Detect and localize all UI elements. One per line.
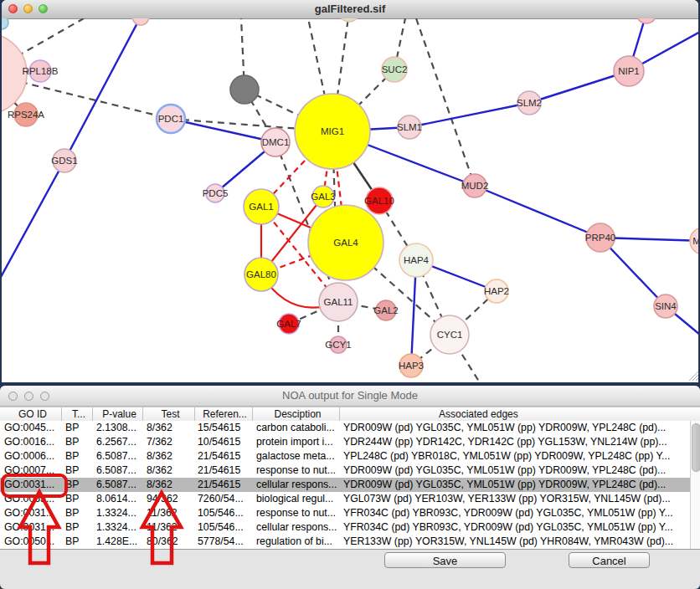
node-label-PDC1: PDC1 — [158, 114, 184, 124]
cell: 21/54615 — [195, 478, 253, 492]
node-gray-node[interactable] — [230, 75, 259, 104]
table-header[interactable]: GO IDT...P-valueTestReferen...Desciption… — [0, 407, 700, 422]
cell: 7260/54... — [195, 492, 253, 506]
table-row-9[interactable]: GO:0050...BP1.428E...80/3625778/54...reg… — [0, 535, 700, 549]
node-label-SLM2: SLM2 — [517, 98, 542, 108]
network-titlebar[interactable]: galFiltered.sif — [2, 0, 698, 19]
cell: 5778/54... — [195, 535, 253, 549]
edge-GDS1-aGDSend[interactable] — [2, 161, 64, 279]
table-row-6[interactable]: GO:0065...BP8.0614...94/3627260/54...bio… — [0, 492, 700, 506]
cell: GO:0065... — [0, 492, 62, 506]
node-cyan-corner[interactable] — [2, 18, 8, 29]
cell: 105/546... — [195, 506, 253, 520]
node-top-cut-pink[interactable] — [132, 18, 149, 25]
cell: BP — [62, 421, 93, 435]
column-header-go-id[interactable]: GO ID — [0, 407, 62, 421]
cell: YGL073W (pd) YER103W, YER133W (pp) YOR31… — [340, 492, 700, 506]
cell: GO:0007... — [0, 464, 62, 478]
table-body: GO:0045...BP2.1308...8/36215/54615carbon… — [0, 421, 700, 550]
node-label-CYC1: CYC1 — [437, 330, 463, 340]
node-label-NIP1: NIP1 — [618, 66, 640, 76]
edge-SLM1-SLM2[interactable] — [409, 103, 529, 127]
cell: 8/362 — [143, 449, 195, 464]
cell: galactose meta... — [253, 449, 340, 464]
node-top-cut-green[interactable] — [339, 18, 359, 22]
cell: BP — [62, 506, 93, 520]
cell: response to nut... — [253, 506, 340, 520]
cell: protein import i... — [253, 435, 340, 449]
column-header-t[interactable]: T... — [62, 407, 93, 421]
cell: GO:0031... — [0, 506, 62, 520]
scrollbar-thumb[interactable] — [692, 423, 700, 472]
table-row-7[interactable]: GO:0031...BP1.3324...11/362105/546...res… — [0, 506, 700, 520]
cell: 105/546... — [195, 520, 253, 535]
node-label-GAL11: GAL11 — [324, 297, 353, 307]
table-row-3[interactable]: GO:0006...BP6.5087...8/36221/54615galact… — [0, 449, 700, 464]
cell: 1.3324... — [93, 506, 143, 520]
cell: biological regul... — [253, 492, 340, 506]
cell: YDR244W (pp) YDR142C, YDR142C (pp) YGL15… — [340, 435, 700, 449]
cell: YDR009W (pd) YGL035C, YML051W (pp) YDR00… — [340, 478, 700, 492]
node-label-GAL4: GAL4 — [333, 238, 358, 248]
cell: 21/54615 — [195, 449, 253, 464]
cell: 1.3324... — [93, 520, 143, 535]
cell: carbon cataboli... — [253, 421, 340, 435]
save-button[interactable]: Save — [384, 552, 506, 568]
resize-grip[interactable] — [696, 377, 698, 381]
cell: GO:0031... — [0, 520, 62, 535]
column-header-associated-edges[interactable]: Associated edges — [340, 407, 700, 421]
node-label-HAP2: HAP2 — [484, 286, 509, 296]
table-row-2[interactable]: GO:0016...BP6.2567...7/36210/54615protei… — [0, 435, 700, 449]
column-header-desciption[interactable]: Desciption — [253, 407, 340, 421]
cell: 6.5087... — [93, 464, 143, 478]
column-header-referen[interactable]: Referen... — [195, 407, 253, 421]
cell: 2.1308... — [93, 421, 143, 435]
noa-titlebar[interactable]: NOA output for Single Mode — [0, 386, 700, 407]
cell: YFR034C (pd) YBR093C, YDR009W (pd) YGL03… — [340, 520, 700, 535]
cell: GO:0045... — [0, 421, 62, 435]
noa-window-title: NOA output for Single Mode — [0, 386, 700, 406]
node-label-MUD2: MUD2 — [461, 181, 489, 191]
cell: cellular respons... — [253, 478, 340, 492]
cell: 1.428E... — [93, 535, 143, 549]
cell: 6.5087... — [93, 449, 143, 464]
node-label-PDC5: PDC5 — [203, 188, 229, 198]
cancel-button[interactable]: Cancel — [569, 552, 650, 568]
cell: YER133W (pp) YOR315W, YNL145W (pd) YHR08… — [340, 535, 700, 549]
cell: 8/362 — [143, 464, 195, 478]
column-header-p-value[interactable]: P-value — [93, 407, 143, 421]
table-row-1[interactable]: GO:0045...BP2.1308...8/36215/54615carbon… — [0, 421, 700, 435]
node-label-PRP40: PRP40 — [585, 233, 615, 243]
edge-aMudTop-MUD2[interactable] — [416, 18, 475, 186]
cell: 21/54615 — [195, 464, 253, 478]
node-label-SUC2: SUC2 — [382, 64, 408, 74]
cell: GO:0031... — [0, 478, 62, 492]
node-label-MSN: MSN — [692, 236, 698, 246]
vertical-scrollbar[interactable] — [690, 421, 700, 549]
node-label-GAL10: GAL10 — [364, 196, 394, 206]
node-topright-cut[interactable] — [636, 18, 656, 23]
cell: 80/362 — [143, 535, 195, 549]
column-header-test[interactable]: Test — [143, 407, 195, 421]
cell: 10/54615 — [195, 435, 253, 449]
node-label-SLM1: SLM1 — [397, 122, 422, 132]
network-window: galFiltered.sif RPL18BRPS24AGDS1PDC1MIG1… — [2, 0, 698, 382]
node-label-GAL80: GAL80 — [246, 269, 276, 279]
edge-top-cut-pink-GDS1[interactable] — [64, 18, 141, 161]
table-row-5[interactable]: GO:0031...BP6.5087...8/36221/54615cellul… — [0, 478, 700, 492]
table-row-8[interactable]: GO:0031...BP1.3324...11/362105/546...cel… — [0, 520, 700, 535]
cell: cellular respons... — [253, 520, 340, 535]
node-label-GCY1: GCY1 — [325, 340, 351, 350]
node-label-DMC1: DMC1 — [262, 137, 290, 147]
cell: 8.0614... — [93, 492, 143, 506]
cell: 8/362 — [143, 478, 195, 492]
edge-MUD2-PRP40[interactable] — [475, 186, 600, 238]
network-canvas[interactable]: RPL18BRPS24AGDS1PDC1MIG1SUC2SLM1SLM2NIP1… — [2, 18, 698, 382]
cell: BP — [62, 449, 93, 464]
cell: BP — [62, 478, 93, 492]
node-label-SIN4: SIN4 — [655, 301, 677, 311]
cell: GO:0006... — [0, 449, 62, 464]
table-row-4[interactable]: GO:0007...BP6.5087...8/36221/54615respon… — [0, 464, 700, 478]
node-label-GAL7: GAL7 — [276, 319, 301, 329]
node-label-MIG1: MIG1 — [321, 126, 344, 136]
